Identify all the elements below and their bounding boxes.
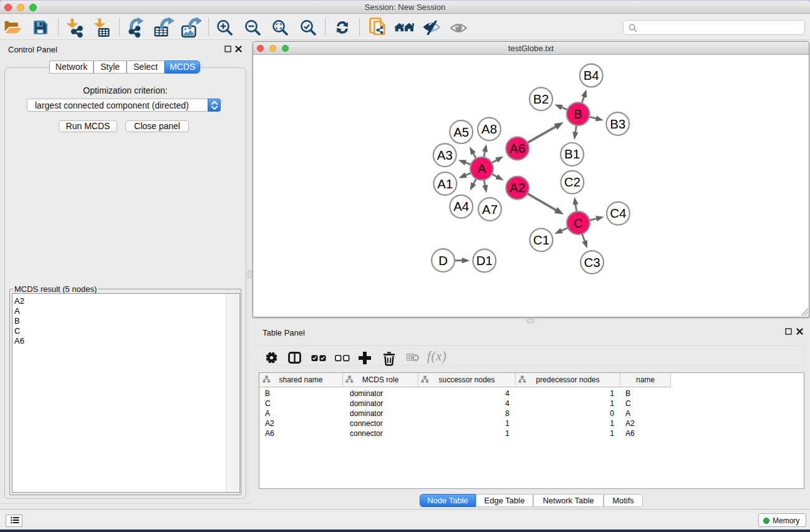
svg-text:B1: B1	[564, 147, 580, 161]
svg-text:A8: A8	[481, 122, 497, 136]
svg-text:B4: B4	[584, 68, 599, 82]
svg-text:A5: A5	[453, 125, 469, 139]
svg-text:A3: A3	[437, 148, 453, 162]
svg-text:C3: C3	[584, 255, 600, 269]
svg-text:B: B	[574, 107, 582, 121]
svg-text:D: D	[438, 253, 448, 268]
svg-text:A4: A4	[453, 199, 469, 213]
svg-text:A: A	[478, 161, 486, 175]
svg-text:D1: D1	[476, 253, 493, 268]
svg-text:C1: C1	[533, 233, 549, 247]
svg-text:B3: B3	[610, 117, 625, 131]
svg-text:C4: C4	[610, 206, 626, 220]
svg-text:A1: A1	[437, 177, 453, 191]
svg-text:C: C	[574, 216, 583, 230]
svg-text:C2: C2	[564, 175, 581, 189]
svg-text:A2: A2	[509, 180, 525, 195]
svg-text:A7: A7	[482, 202, 498, 216]
svg-text:B2: B2	[533, 92, 549, 106]
svg-text:A6: A6	[509, 141, 525, 155]
